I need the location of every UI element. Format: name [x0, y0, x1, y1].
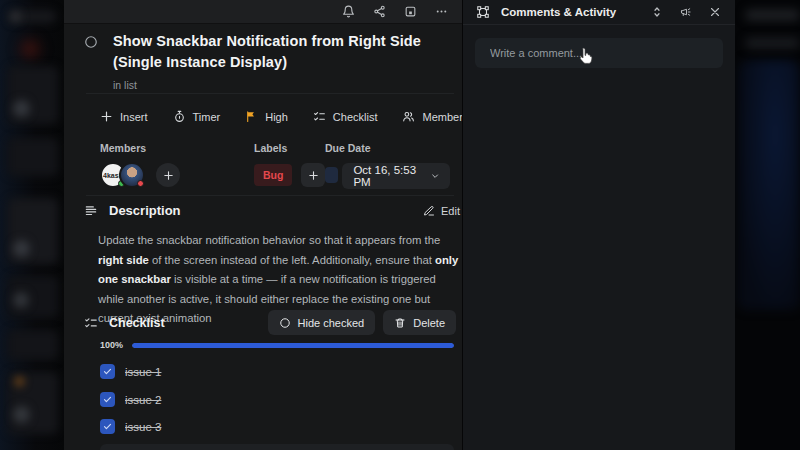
text-lines-icon — [84, 204, 98, 218]
add-member-button[interactable] — [156, 163, 180, 187]
comment-input[interactable] — [475, 47, 723, 59]
members-field: Members 4kash — [100, 142, 180, 188]
sort-icon[interactable] — [650, 5, 664, 19]
add-checklist-item-input[interactable] — [100, 444, 454, 450]
bell-icon[interactable] — [341, 5, 355, 19]
edit-icon — [423, 205, 435, 217]
delete-checklist-button[interactable]: Delete — [383, 310, 456, 335]
add-label-button[interactable] — [301, 163, 325, 187]
announcement-icon[interactable] — [679, 5, 693, 19]
circle-icon — [279, 317, 291, 329]
card-fields: Members 4kash Labels Bug — [100, 142, 450, 192]
more-icon[interactable] — [434, 5, 448, 19]
edit-description-button[interactable]: Edit — [423, 205, 460, 217]
progress-percent-label: 100% — [100, 340, 123, 350]
chevron-down-icon — [431, 171, 439, 181]
flag-icon — [245, 110, 258, 123]
card-title: Show Snackbar Notification from Right Si… — [113, 31, 446, 73]
card-toolbar — [64, 0, 462, 24]
divider — [86, 93, 454, 94]
share-icon[interactable] — [372, 5, 386, 19]
comments-title: Comments & Activity — [501, 6, 639, 18]
checklist-title: Checklist — [109, 316, 165, 330]
members-icon — [402, 110, 415, 123]
label-chip-bug[interactable]: Bug — [254, 164, 292, 186]
frame-icon — [476, 5, 490, 19]
busy-status-dot — [137, 180, 144, 187]
plus-icon — [308, 170, 319, 181]
comment-input-wrapper — [475, 38, 723, 68]
checklist-item: issue 2 — [100, 392, 161, 407]
card-action-bar: Insert Timer High Checklist Members — [100, 110, 468, 123]
divider — [86, 195, 454, 196]
hide-checked-button[interactable]: Hide checked — [268, 310, 376, 335]
description-title: Description — [109, 203, 181, 218]
checkbox-checked-icon[interactable] — [100, 419, 115, 434]
due-date-field: Due Date Oct 16, 5:53 PM — [325, 142, 450, 189]
card-subtitle: in list — [113, 79, 446, 91]
checklist-item: issue 1 — [100, 364, 161, 379]
member-avatar[interactable] — [119, 162, 145, 188]
labels-field: Labels Bug — [254, 142, 325, 187]
checkbox-checked-icon[interactable] — [100, 364, 115, 379]
members-button[interactable]: Members — [402, 110, 468, 123]
comments-panel: Comments & Activity — [462, 0, 735, 450]
plus-icon — [100, 110, 113, 123]
checklist-progress: 100% — [100, 340, 454, 350]
background-board-left — [0, 0, 64, 450]
timer-button[interactable]: Timer — [173, 110, 221, 123]
checklist-icon — [313, 110, 326, 123]
calendar-icon — [325, 167, 338, 183]
stopwatch-icon — [173, 110, 186, 123]
checklist-icon — [84, 316, 98, 330]
checkbox-checked-icon[interactable] — [100, 392, 115, 407]
plus-icon — [163, 170, 174, 181]
priority-button[interactable]: High — [245, 110, 288, 123]
save-icon[interactable] — [403, 5, 417, 19]
progress-bar — [132, 343, 454, 348]
checklist-button[interactable]: Checklist — [313, 110, 378, 123]
card-detail-panel: Show Snackbar Notification from Right Si… — [64, 0, 462, 450]
comments-header: Comments & Activity — [463, 0, 735, 25]
checklist-item: issue 3 — [100, 419, 161, 434]
complete-toggle-icon[interactable] — [84, 35, 98, 49]
background-board-right — [735, 0, 800, 450]
description-header: Description Edit — [84, 203, 460, 218]
close-icon[interactable] — [708, 5, 722, 19]
due-date-dropdown[interactable]: Oct 16, 5:53 PM — [342, 163, 450, 189]
insert-button[interactable]: Insert — [100, 110, 148, 123]
checklist-header: Checklist Hide checked Delete — [84, 310, 456, 335]
trash-icon — [394, 317, 406, 329]
